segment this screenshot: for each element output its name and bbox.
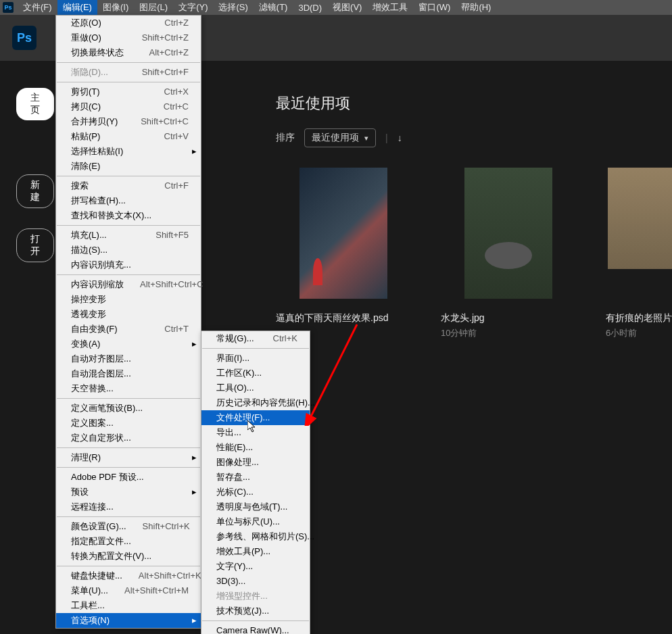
menu-item-label: 工具栏... (71, 600, 105, 612)
menu-3d[interactable]: 3D(D) (293, 1, 327, 14)
pref-menu-item[interactable]: 单位与标尺(U)... (201, 514, 310, 529)
edit-menu-item[interactable]: Adobe PDF 预设... (56, 470, 201, 485)
new-button[interactable]: 新建 (16, 174, 54, 208)
menu-window[interactable]: 窗口(W) (413, 0, 456, 15)
edit-menu-item[interactable]: 定义图案... (56, 416, 201, 431)
pref-menu-item[interactable]: 参考线、网格和切片(S)... (201, 529, 310, 544)
pref-menu-item[interactable]: 光标(C)... (201, 485, 310, 499)
pref-menu-item[interactable]: 工作区(K)... (201, 366, 310, 381)
edit-menu-item[interactable]: 预设▸ (56, 485, 201, 499)
pref-menu-item[interactable]: 暂存盘... (201, 470, 310, 485)
edit-menu-item[interactable]: 合并拷贝(Y)Shift+Ctrl+C (56, 114, 201, 129)
pref-menu-item[interactable]: 历史记录和内容凭据(H)... (201, 395, 310, 410)
menu-separator (57, 467, 200, 468)
file-item[interactable]: 水龙头.jpg 10分钟前 (441, 168, 576, 339)
menu-item-label: 选择性粘贴(I) (71, 145, 123, 157)
menu-file[interactable]: 文件(F) (18, 0, 57, 15)
chevron-down-icon: ▾ (364, 134, 368, 143)
edit-menu-item[interactable]: 天空替换... (56, 381, 201, 396)
pref-menu-item[interactable]: 性能(E)... (201, 440, 310, 455)
menu-select[interactable]: 选择(S) (213, 0, 253, 15)
home-button[interactable]: 主页 (16, 88, 54, 120)
menu-plugins[interactable]: 增效工具 (367, 0, 413, 15)
edit-menu-item[interactable]: 粘贴(P)Ctrl+V (56, 129, 201, 144)
pref-menu-item[interactable]: 透明度与色域(T)... (201, 499, 310, 514)
edit-menu-item[interactable]: 远程连接... (56, 499, 201, 514)
edit-menu-item[interactable]: 操控变形 (56, 292, 201, 307)
sort-label: 排序 (276, 132, 295, 144)
menu-image[interactable]: 图像(I) (97, 0, 134, 15)
pref-menu-item[interactable]: 3D(3)... (201, 574, 310, 589)
pref-menu-item[interactable]: Camera Raw(W)... (201, 623, 310, 634)
menu-item-label: 描边(S)... (71, 244, 107, 256)
edit-menu-item[interactable]: 选择性粘贴(I)▸ (56, 144, 201, 159)
edit-menu-item[interactable]: 描边(S)... (56, 243, 201, 258)
edit-menu-item[interactable]: 变换(A)▸ (56, 337, 201, 351)
pref-menu-item[interactable]: 工具(O)... (201, 381, 310, 395)
pref-menu-item[interactable]: 技术预览(J)... (201, 604, 310, 618)
edit-menu-item[interactable]: 颜色设置(G)...Shift+Ctrl+K (56, 519, 201, 534)
edit-menu-item[interactable]: 首选项(N)▸ (56, 613, 201, 628)
edit-menu-item[interactable]: 重做(O)Shift+Ctrl+Z (56, 30, 201, 45)
sidebar: 主页 新建 打开 (0, 61, 61, 634)
sort-direction-icon[interactable]: ↓ (398, 132, 402, 143)
edit-menu-item[interactable]: 填充(L)...Shift+F5 (56, 228, 201, 243)
menu-item-label: 自动混合图层... (71, 368, 131, 380)
edit-menu-item[interactable]: 透视变形 (56, 307, 201, 322)
edit-menu-item[interactable]: 定义自定形状... (56, 431, 201, 445)
edit-menu-item[interactable]: 工具栏... (56, 598, 201, 613)
edit-menu-item[interactable]: 清理(R)▸ (56, 450, 201, 465)
edit-menu-item[interactable]: 内容识别填充... (56, 258, 201, 272)
pref-menu-item[interactable]: 文字(Y)... (201, 559, 310, 574)
pref-menu-item[interactable]: 增效工具(P)... (201, 544, 310, 559)
pref-menu-item[interactable]: 文件处理(F)... (201, 410, 310, 425)
menu-layer[interactable]: 图层(L) (134, 0, 173, 15)
edit-dropdown: 还原(O)Ctrl+Z重做(O)Shift+Ctrl+Z切换最终状态Alt+Ct… (55, 15, 201, 629)
menu-item-label: 图像处理... (216, 456, 259, 468)
edit-menu-item[interactable]: 自动对齐图层... (56, 351, 201, 366)
edit-menu-item[interactable]: 搜索Ctrl+F (56, 178, 201, 193)
submenu-arrow-icon: ▸ (192, 486, 197, 498)
edit-menu-item[interactable]: 内容识别缩放Alt+Shift+Ctrl+C (56, 277, 201, 292)
edit-menu-item[interactable]: 查找和替换文本(X)... (56, 208, 201, 223)
open-button[interactable]: 打开 (16, 228, 54, 262)
menu-separator (57, 398, 200, 399)
menu-separator (57, 225, 200, 226)
edit-menu-item[interactable]: 剪切(T)Ctrl+X (56, 84, 201, 99)
edit-menu-item[interactable]: 自动混合图层... (56, 366, 201, 381)
edit-menu-item[interactable]: 定义画笔预设(B)... (56, 401, 201, 416)
pref-menu-item[interactable]: 导出... (201, 425, 310, 440)
edit-menu-item[interactable]: 切换最终状态Alt+Ctrl+Z (56, 45, 201, 60)
sort-select[interactable]: 最近使用项 ▾ (304, 128, 376, 147)
edit-menu-item[interactable]: 转换为配置文件(V)... (56, 549, 201, 564)
edit-menu-item[interactable]: 拼写检查(H)... (56, 193, 201, 208)
divider: | (385, 132, 388, 143)
menu-shortcut: Alt+Shift+Ctrl+K (139, 570, 201, 582)
edit-menu-item[interactable]: 菜单(U)...Alt+Shift+Ctrl+M (56, 583, 201, 598)
file-item[interactable]: 有折痕的老照片.jpg 6小时前 (606, 168, 672, 339)
edit-menu-item[interactable]: 自由变换(F)Ctrl+T (56, 322, 201, 337)
edit-menu-item[interactable]: 键盘快捷键...Alt+Shift+Ctrl+K (56, 568, 201, 583)
menu-shortcut: Ctrl+V (164, 130, 189, 143)
file-item[interactable]: 逼真的下雨天雨丝效果.psd (276, 168, 411, 339)
file-name: 逼真的下雨天雨丝效果.psd (276, 312, 411, 324)
pref-menu-item[interactable]: 常规(G)...Ctrl+K (201, 331, 310, 346)
edit-menu-item[interactable]: 清除(E) (56, 159, 201, 174)
menu-item-label: 定义自定形状... (71, 432, 131, 444)
menu-item-label: 透明度与色域(T)... (216, 501, 287, 513)
menu-type[interactable]: 文字(Y) (173, 0, 213, 15)
menu-help[interactable]: 帮助(H) (456, 0, 496, 15)
menu-item-label: 天空替换... (71, 383, 114, 395)
menu-item-label: 增效工具(P)... (216, 545, 270, 558)
menu-edit[interactable]: 编辑(E) (57, 0, 97, 15)
edit-menu-item[interactable]: 还原(O)Ctrl+Z (56, 16, 201, 30)
edit-menu-item[interactable]: 指定配置文件... (56, 534, 201, 549)
menu-item-label: 文字(Y)... (216, 560, 253, 572)
menu-separator (57, 82, 200, 82)
menu-view[interactable]: 视图(V) (327, 0, 367, 15)
edit-menu-item[interactable]: 拷贝(C)Ctrl+C (56, 99, 201, 114)
pref-menu-item[interactable]: 图像处理... (201, 455, 310, 470)
menu-filter[interactable]: 滤镜(T) (254, 0, 293, 15)
pref-menu-item[interactable]: 界面(I)... (201, 351, 310, 366)
menu-separator (57, 447, 200, 448)
